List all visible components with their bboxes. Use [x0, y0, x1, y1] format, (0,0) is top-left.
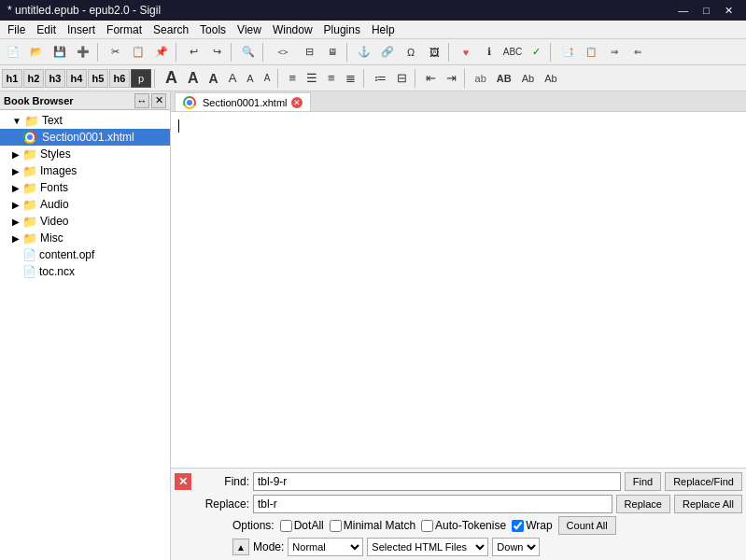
- tree-styles-folder[interactable]: ▶ 📁 Styles: [0, 146, 170, 162]
- menu-item-plugins[interactable]: Plugins: [318, 21, 366, 38]
- tree-text-folder[interactable]: ▼ 📁 Text: [0, 112, 170, 129]
- align-right-btn[interactable]: ≡: [323, 68, 340, 89]
- menu-item-view[interactable]: View: [232, 21, 267, 38]
- new-button[interactable]: 📄: [2, 42, 24, 63]
- auto-tokenise-option[interactable]: Auto-Tokenise: [421, 519, 506, 532]
- text-size-large[interactable]: A: [204, 68, 223, 89]
- tree-misc-folder[interactable]: ▶ 📁 Misc: [0, 230, 170, 246]
- meta-button[interactable]: 📋: [580, 42, 602, 63]
- minimal-match-checkbox[interactable]: [330, 520, 342, 532]
- tab-section0001[interactable]: Section0001.xhtml ✕: [175, 92, 311, 111]
- sidebar-expand-button[interactable]: ↔: [134, 93, 149, 108]
- menu-item-format[interactable]: Format: [101, 21, 148, 38]
- open-button[interactable]: 📂: [25, 42, 48, 63]
- uppercase-btn[interactable]: AB: [492, 68, 516, 89]
- close-window-button[interactable]: ✕: [719, 5, 739, 17]
- indent-btn[interactable]: ⇥: [442, 68, 461, 89]
- copy-button[interactable]: 📋: [127, 42, 149, 63]
- titlecase-btn[interactable]: Ab: [517, 68, 539, 89]
- preview-button[interactable]: 🖥: [321, 42, 344, 63]
- nav-button[interactable]: ⇒: [603, 42, 626, 63]
- auto-tokenise-checkbox[interactable]: [421, 520, 433, 532]
- direction-select[interactable]: Down Up: [492, 538, 540, 556]
- align-left-btn[interactable]: ≡: [284, 68, 301, 89]
- mode-select[interactable]: Normal Regex Spell Check: [288, 538, 363, 556]
- menu-item-insert[interactable]: Insert: [62, 21, 101, 38]
- link-button[interactable]: 🔗: [376, 42, 399, 63]
- find-button[interactable]: 🔍: [237, 42, 260, 63]
- text-size-largest[interactable]: A: [161, 68, 182, 89]
- lowercase-btn[interactable]: ab: [471, 68, 491, 89]
- heart-button[interactable]: ♥: [455, 42, 477, 63]
- find-label: Find:: [195, 475, 249, 488]
- replace-find-button[interactable]: Replace/Find: [665, 472, 742, 491]
- menu-item-search[interactable]: Search: [148, 21, 194, 38]
- find-button[interactable]: Find: [625, 472, 661, 491]
- checkmark-button[interactable]: ✓: [525, 42, 547, 63]
- split-view-button[interactable]: ⊟: [298, 42, 320, 63]
- replace-input[interactable]: [253, 495, 612, 513]
- code-view-button[interactable]: <>: [269, 42, 297, 63]
- dotall-option[interactable]: DotAll: [280, 519, 324, 532]
- h6-button[interactable]: h6: [109, 69, 130, 88]
- menu-item-file[interactable]: File: [2, 21, 31, 38]
- replace-button[interactable]: Replace: [616, 495, 670, 513]
- find-close-button[interactable]: ✕: [175, 473, 191, 490]
- justify-btn[interactable]: ≣: [341, 68, 360, 89]
- scope-select[interactable]: Selected HTML Files All HTML Files Curre…: [367, 538, 488, 556]
- spellcheck-button[interactable]: ABC: [501, 42, 524, 63]
- h3-button[interactable]: h3: [45, 69, 65, 88]
- collapse-button[interactable]: ▲: [232, 539, 249, 555]
- dotall-checkbox[interactable]: [280, 520, 292, 532]
- tree-images-folder[interactable]: ▶ 📁 Images: [0, 162, 170, 179]
- align-center-btn[interactable]: ☰: [302, 68, 322, 89]
- h1-button[interactable]: h1: [2, 69, 22, 88]
- tree-section0001-item[interactable]: Section0001.xhtml: [0, 129, 170, 146]
- add-file-button[interactable]: ➕: [72, 42, 94, 63]
- minimize-button[interactable]: —: [672, 5, 694, 17]
- back-button[interactable]: ⇐: [626, 42, 649, 63]
- capitalize-btn[interactable]: Ab: [540, 68, 561, 89]
- outdent-btn[interactable]: ⇤: [421, 68, 441, 89]
- text-size-larger[interactable]: A: [183, 68, 204, 89]
- count-all-button[interactable]: Count All: [558, 516, 616, 535]
- h2-button[interactable]: h2: [23, 69, 44, 88]
- toc-button[interactable]: 📑: [556, 42, 579, 63]
- anchor-button[interactable]: ⚓: [353, 42, 375, 63]
- p-button[interactable]: p: [131, 69, 151, 88]
- text-size-smaller[interactable]: A: [260, 68, 275, 89]
- wrap-checkbox[interactable]: [512, 520, 524, 532]
- maximize-button[interactable]: □: [697, 5, 715, 17]
- special-char-button[interactable]: Ω: [400, 42, 422, 63]
- menu-item-edit[interactable]: Edit: [31, 21, 62, 38]
- redo-button[interactable]: ↪: [205, 42, 228, 63]
- list-ol-btn[interactable]: ⊟: [392, 68, 412, 89]
- list-ul-btn[interactable]: ≔: [370, 68, 391, 89]
- info-button[interactable]: ℹ: [478, 42, 500, 63]
- replace-all-button[interactable]: Replace All: [674, 495, 742, 513]
- wrap-option[interactable]: Wrap: [512, 519, 552, 532]
- tree-audio-folder[interactable]: ▶ 📁 Audio: [0, 196, 170, 213]
- minimal-match-option[interactable]: Minimal Match: [330, 519, 415, 532]
- find-input[interactable]: [253, 472, 621, 491]
- tree-video-folder[interactable]: ▶ 📁 Video: [0, 213, 170, 230]
- tree-toc-ncx-item[interactable]: ▶ 📄 toc.ncx: [0, 263, 170, 280]
- folder-icon: 📁: [22, 231, 37, 245]
- tab-close-button[interactable]: ✕: [291, 97, 303, 108]
- undo-button[interactable]: ↩: [182, 42, 204, 63]
- save-button[interactable]: 💾: [49, 42, 71, 63]
- menu-item-tools[interactable]: Tools: [194, 21, 232, 38]
- h4-button[interactable]: h4: [66, 69, 87, 88]
- cut-button[interactable]: ✂: [104, 42, 126, 63]
- paste-button[interactable]: 📌: [150, 42, 173, 63]
- image-button[interactable]: 🖼: [423, 42, 445, 63]
- editor-area[interactable]: [171, 112, 746, 468]
- menu-item-help[interactable]: Help: [366, 21, 401, 38]
- text-size-medium[interactable]: A: [224, 68, 242, 89]
- tree-content-opf-item[interactable]: ▶ 📄 content.opf: [0, 246, 170, 263]
- h5-button[interactable]: h5: [88, 69, 108, 88]
- sidebar-close-button[interactable]: ✕: [151, 93, 166, 108]
- tree-fonts-folder[interactable]: ▶ 📁 Fonts: [0, 179, 170, 196]
- text-size-small[interactable]: A: [242, 68, 258, 89]
- menu-item-window[interactable]: Window: [267, 21, 318, 38]
